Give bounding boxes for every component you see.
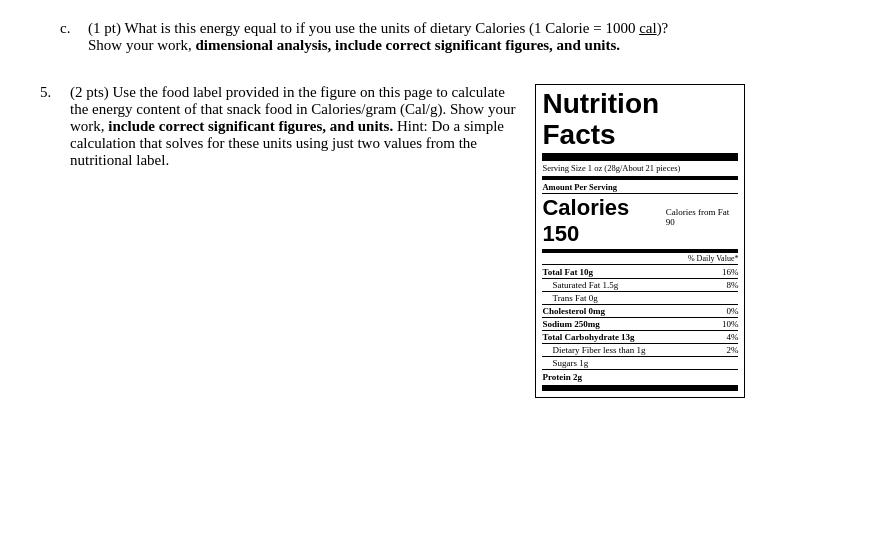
nutrition-title: Nutrition Facts: [542, 89, 738, 161]
q5-line3-bold: include correct significant figures, and…: [108, 118, 393, 134]
calories-row: Calories 150 Calories from Fat 90: [542, 195, 738, 253]
nutrition-table-row: Sugars 1g: [542, 357, 738, 370]
question-5-text-area: 5. (2 pts) Use the food label provided i…: [40, 84, 515, 169]
q5-line4: calculation that solves for these units …: [70, 135, 515, 152]
line2-bold: dimensional analysis, include correct si…: [196, 37, 621, 53]
serving-size: Serving Size 1 oz (28g/About 21 pieces): [542, 163, 738, 180]
nutrition-title-line1: Nutrition: [542, 88, 659, 119]
calories-from-fat-label: Calories from Fat: [666, 207, 730, 217]
line1-prefix: (1 pt) What is this energy equal to if y…: [88, 20, 639, 36]
row-label: Cholesterol 0mg: [542, 306, 605, 316]
nutrition-panel: Nutrition Facts Serving Size 1 oz (28g/A…: [535, 84, 745, 398]
calories-value: 150: [542, 221, 579, 246]
question-c-line2: Show your work, dimensional analysis, in…: [88, 37, 831, 54]
question-c: c. (1 pt) What is this energy equal to i…: [40, 20, 831, 54]
nutrition-table-row: Sodium 250mg10%: [542, 318, 738, 331]
nutrition-rows: Total Fat 10g16%Saturated Fat 1.5g8%Tran…: [542, 266, 738, 370]
q5-line3-suffix: Hint: Do a simple: [393, 118, 504, 134]
nutrition-table-row: Total Fat 10g16%: [542, 266, 738, 279]
question-5-text: (2 pts) Use the food label provided in t…: [70, 84, 515, 169]
q5-line1: (2 pts) Use the food label provided in t…: [70, 84, 515, 101]
nutrition-table-row: Total Carbohydrate 13g4%: [542, 331, 738, 344]
row-value: 10%: [722, 319, 739, 329]
cal-underline: cal: [639, 20, 656, 36]
row-value: 0%: [726, 306, 738, 316]
calories-from-fat: Calories from Fat 90: [666, 207, 739, 227]
row-label: Dietary Fiber less than 1g: [542, 345, 645, 355]
line2-prefix: Show your work,: [88, 37, 196, 53]
question-5: 5. (2 pts) Use the food label provided i…: [40, 84, 831, 398]
question-5-label: 5.: [40, 84, 70, 169]
calories-main: Calories 150: [542, 195, 665, 247]
row-label: Sugars 1g: [542, 358, 588, 368]
protein-label: Protein 2g: [542, 372, 582, 382]
daily-value-header: % Daily Value*: [542, 254, 738, 265]
nutrition-table-row: Saturated Fat 1.5g8%: [542, 279, 738, 292]
row-value: 4%: [726, 332, 738, 342]
row-label: Total Fat 10g: [542, 267, 593, 277]
nutrition-title-line2: Facts: [542, 120, 738, 151]
row-label: Sodium 250mg: [542, 319, 599, 329]
row-label: Saturated Fat 1.5g: [542, 280, 618, 290]
row-value: 16%: [722, 267, 739, 277]
row-label: Total Carbohydrate 13g: [542, 332, 634, 342]
protein-row: Protein 2g: [542, 370, 738, 382]
q5-line3-prefix: work,: [70, 118, 108, 134]
nutrition-table-row: Trans Fat 0g: [542, 292, 738, 305]
line1-suffix: )?: [657, 20, 669, 36]
row-label: Trans Fat 0g: [542, 293, 597, 303]
calories-label: Calories: [542, 195, 629, 220]
nutrition-table-row: Dietary Fiber less than 1g2%: [542, 344, 738, 357]
row-value: 8%: [726, 280, 738, 290]
calories-from-fat-value: 90: [666, 217, 675, 227]
nutrition-table-row: Cholesterol 0mg0%: [542, 305, 738, 318]
amount-per-serving: Amount Per Serving: [542, 182, 738, 194]
question-c-line1: (1 pt) What is this energy equal to if y…: [88, 20, 831, 37]
bottom-bar: [542, 385, 738, 391]
row-value: 2%: [726, 345, 738, 355]
q5-line5: nutritional label.: [70, 152, 515, 169]
question-c-content: (1 pt) What is this energy equal to if y…: [88, 20, 831, 54]
question-c-label: c.: [60, 20, 88, 54]
q5-line3: work, include correct significant figure…: [70, 118, 515, 135]
q5-line2: the energy content of that snack food in…: [70, 101, 515, 118]
